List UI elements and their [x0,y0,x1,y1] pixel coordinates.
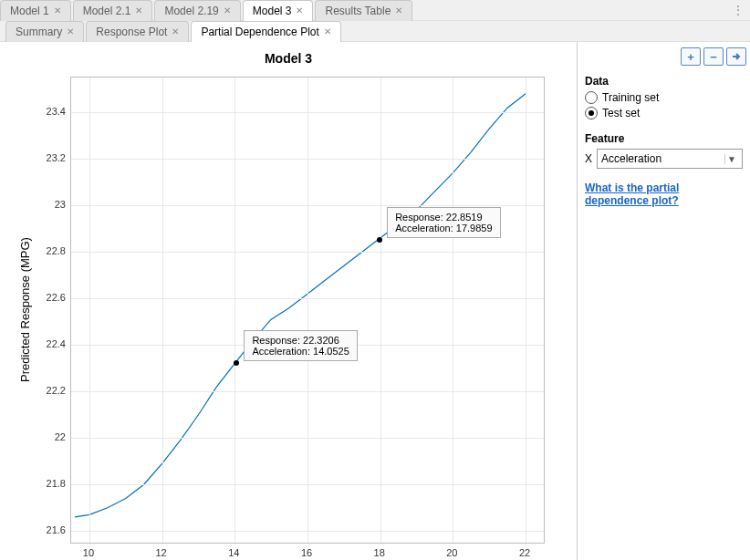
sub-tab[interactable]: Partial Dependence Plot✕ [191,21,340,42]
line-series[interactable] [75,94,526,517]
x-tick-label: 20 [446,547,457,558]
y-tick-label: 23.2 [20,152,66,163]
data-section-header: Data [585,75,743,88]
y-tick-label: 22.6 [20,292,66,303]
x-tick-label: 22 [519,547,530,558]
close-icon[interactable]: ✕ [67,27,74,36]
x-tick-label: 14 [228,547,239,558]
y-tick-label: 23.4 [20,106,66,117]
x-tick-label: 12 [155,547,166,558]
add-panel-button[interactable]: + [681,47,701,66]
close-icon[interactable]: ✕ [395,6,402,16]
feature-selector-row: X Acceleration ▼ [585,149,743,169]
y-tick-label: 21.6 [20,524,66,535]
datatip-marker[interactable] [234,360,239,366]
top-tab[interactable]: Results Table✕ [315,0,412,21]
tab-label: Model 1 [10,5,49,17]
feature-section-header: Feature [585,132,743,145]
radio-icon [585,107,598,119]
top-tab-strip: Model 1✕Model 2.1✕Model 2.19✕Model 3✕Res… [0,0,750,21]
top-tab[interactable]: Model 2.1✕ [73,0,153,21]
x-tick-label: 16 [301,547,312,558]
datatip-marker[interactable] [377,237,382,243]
close-icon[interactable]: ✕ [224,6,231,16]
y-tick-label: 22.2 [20,385,66,396]
tab-label: Model 2.1 [83,5,131,17]
y-axis-label: Predicted Response (MPG) [18,77,32,544]
y-tick-label: 22.4 [20,338,66,349]
radio-training-set[interactable]: Training set [585,91,743,104]
top-tab[interactable]: Model 1✕ [0,0,71,21]
kebab-icon[interactable]: ⋮ [732,3,745,17]
close-icon[interactable]: ✕ [296,6,303,16]
chart-title: Model 3 [0,51,577,66]
x-tick-label: 18 [374,547,385,558]
sub-tab-strip: Summary✕Response Plot✕Partial Dependence… [0,21,750,42]
top-tab[interactable]: Model 3✕ [243,0,314,21]
content-area: Model 3 Predicted Response (MPG) Acceler… [0,42,750,560]
y-tick-label: 22.8 [20,245,66,256]
radio-label: Test set [602,107,640,119]
top-tab[interactable]: Model 2.19✕ [154,0,240,21]
sub-tab[interactable]: Summary✕ [5,21,84,42]
tab-label: Results Table [325,5,391,17]
tab-label: Model 2.19 [164,5,218,17]
panel-toolbar: + − [681,47,746,66]
close-icon[interactable]: ✕ [135,6,142,16]
y-tick-label: 22 [20,431,66,442]
close-icon[interactable]: ✕ [54,6,61,16]
help-link[interactable]: What is the partial dependence plot? [585,181,743,207]
remove-panel-button[interactable]: − [703,47,724,66]
radio-icon [585,91,598,104]
tab-label: Partial Dependence Plot [201,26,318,38]
y-tick-label: 21.8 [20,478,66,489]
radio-test-set[interactable]: Test set [585,107,743,119]
radio-label: Training set [602,91,659,104]
close-icon[interactable]: ✕ [324,27,331,36]
side-panel: + − Data Training set Test set Feature X… [577,42,750,560]
export-button[interactable] [726,47,746,66]
sub-tab[interactable]: Response Plot✕ [86,21,189,42]
feature-prefix: X [585,152,592,165]
chart-axes[interactable]: Response: 22.3206Acceleration: 14.0525Re… [70,77,545,544]
tab-label: Summary [16,26,62,38]
tab-label: Model 3 [253,5,292,17]
y-tick-label: 23 [20,199,66,210]
feature-select-value: Acceleration [601,152,661,165]
chevron-down-icon: ▼ [724,154,738,164]
tab-label: Response Plot [96,26,167,38]
chart-pane: Model 3 Predicted Response (MPG) Acceler… [0,42,577,560]
close-icon[interactable]: ✕ [172,27,179,36]
feature-select[interactable]: Acceleration ▼ [597,149,743,169]
x-tick-label: 10 [83,547,94,558]
